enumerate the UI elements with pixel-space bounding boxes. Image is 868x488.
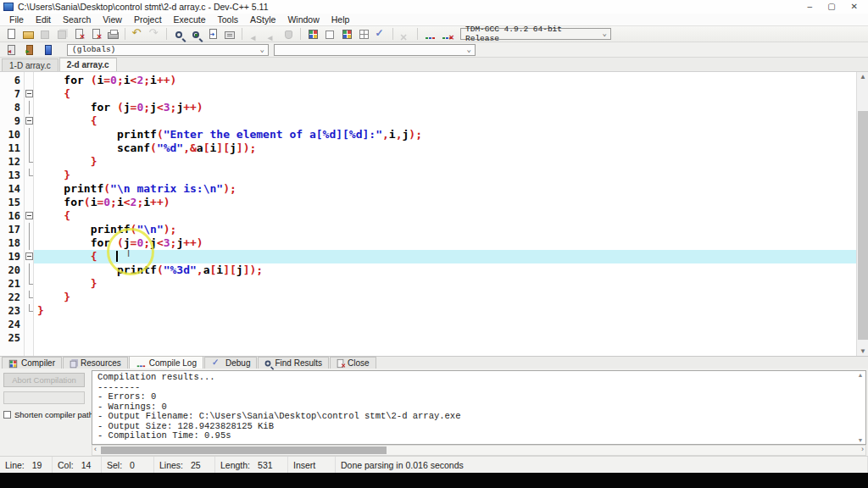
code-line[interactable]: scanf("%d",&a[i][j]);: [34, 141, 856, 155]
fold-collapse-icon[interactable]: [25, 252, 33, 260]
menu-item-tools[interactable]: Tools: [212, 14, 245, 25]
scroll-left-icon[interactable]: ‹: [94, 445, 97, 454]
swap-header-button[interactable]: [221, 27, 238, 42]
code-line[interactable]: for (i=0;i<2;i++): [34, 74, 856, 87]
fold-collapse-icon[interactable]: [25, 117, 33, 125]
editor-vertical-scrollbar[interactable]: ▲ ▼: [856, 72, 868, 356]
print-button[interactable]: [104, 27, 121, 42]
editor-tab-1-d-array-c[interactable]: 1-D array.c: [2, 58, 58, 71]
code-line[interactable]: printf("\n");: [34, 223, 856, 236]
abort-compilation-button[interactable]: Abort Compilation: [3, 373, 85, 387]
menu-item-search[interactable]: Search: [57, 14, 97, 25]
menu-item-window[interactable]: Window: [281, 14, 325, 25]
goto-line-button[interactable]: [204, 27, 221, 42]
code-line[interactable]: }: [34, 291, 856, 304]
code-line[interactable]: [34, 331, 856, 345]
log-vertical-scrollbar[interactable]: ▲ ▼: [855, 371, 865, 444]
status-insert: Insert: [288, 457, 336, 473]
compile-button[interactable]: [304, 27, 321, 42]
shorten-paths-checkbox[interactable]: [3, 411, 11, 419]
code-line[interactable]: {: [34, 87, 856, 101]
member-browser-select[interactable]: [274, 44, 476, 56]
fold-column[interactable]: [24, 72, 34, 356]
redo-button[interactable]: [146, 27, 163, 42]
close-all-button[interactable]: [87, 27, 104, 42]
code-line[interactable]: {: [34, 250, 856, 263]
scroll-right-icon[interactable]: ›: [861, 445, 864, 454]
compile-run-button[interactable]: [338, 27, 355, 42]
code-line[interactable]: printf("Enter the element of a[%d][%d]:"…: [34, 128, 856, 141]
menu-item-help[interactable]: Help: [326, 14, 356, 25]
minimize-button[interactable]: –: [808, 1, 813, 13]
panel-tab-debug[interactable]: Debug: [204, 357, 257, 369]
profile-button[interactable]: [421, 27, 438, 42]
close-file-icon: [75, 29, 83, 39]
menu-item-project[interactable]: Project: [128, 14, 168, 25]
fold-marker: [25, 196, 33, 209]
token-kw: for: [91, 101, 110, 114]
code-line[interactable]: [34, 318, 856, 331]
door-in-button[interactable]: [21, 42, 38, 57]
fold-marker[interactable]: [25, 114, 33, 128]
close-button[interactable]: ✕: [851, 1, 858, 13]
code-line[interactable]: }: [34, 277, 856, 291]
code-editor[interactable]: 678910111213141516171819202122232425 for…: [0, 71, 868, 356]
find-button[interactable]: [170, 27, 187, 42]
open-folder-button[interactable]: [19, 27, 36, 42]
menu-item-astyle[interactable]: AStyle: [244, 14, 281, 25]
run-button[interactable]: [321, 27, 338, 42]
compiler-profile-select[interactable]: TDM-GCC 4.9.2 64-bit Release: [460, 28, 611, 40]
code-line[interactable]: }: [34, 169, 856, 182]
code-area[interactable]: for (i=0;i<2;i++) { for (j=0;j<3;j++) { …: [34, 72, 856, 356]
panel-tab-resources[interactable]: Resources: [63, 357, 128, 369]
editor-tab-2-d-array-c[interactable]: 2-d array.c: [59, 58, 117, 71]
report-button[interactable]: [40, 42, 57, 57]
panel-tab-compile-log[interactable]: Compile Log: [129, 356, 203, 369]
class-browser-select[interactable]: (globals): [67, 44, 269, 56]
scroll-down-icon[interactable]: ▼: [857, 347, 868, 355]
fold-marker[interactable]: [25, 87, 33, 101]
rebuild-all-button[interactable]: [355, 27, 372, 42]
code-line[interactable]: for (j=0;j<3;j++): [34, 101, 856, 114]
code-line[interactable]: {: [34, 114, 856, 128]
new-file-button[interactable]: [3, 27, 19, 42]
menu-item-execute[interactable]: Execute: [168, 14, 212, 25]
save-button[interactable]: [36, 27, 53, 42]
page-back-button[interactable]: [3, 42, 19, 57]
code-line[interactable]: {: [34, 209, 856, 223]
nav-back-button[interactable]: [246, 27, 263, 42]
undo-button[interactable]: [129, 27, 146, 42]
fold-collapse-icon[interactable]: [25, 90, 33, 97]
fold-marker[interactable]: [25, 209, 33, 223]
code-line[interactable]: printf("\n matrix is:\n");: [34, 182, 856, 196]
hscrollbar-thumb[interactable]: [101, 446, 387, 454]
maximize-button[interactable]: ▢: [827, 1, 835, 13]
menu-item-file[interactable]: File: [3, 14, 30, 25]
code-line[interactable]: printf("%3d",a[i][j]);: [34, 263, 856, 277]
panel-tab-close[interactable]: Close: [330, 357, 376, 369]
code-line[interactable]: }: [34, 304, 856, 318]
log-scroll-down-icon[interactable]: ▼: [856, 437, 865, 443]
fold-marker[interactable]: [25, 250, 33, 263]
profile-delete-button[interactable]: [438, 27, 455, 42]
line-number: 6: [0, 74, 24, 87]
panel-tab-find-results[interactable]: Find Results: [258, 357, 329, 369]
code-line[interactable]: for (j=0;j<3;j++): [34, 236, 856, 250]
menu-item-view[interactable]: View: [97, 14, 128, 25]
nav-goto-button[interactable]: [280, 27, 297, 42]
log-horizontal-scrollbar[interactable]: ‹ ›: [92, 445, 866, 456]
replace-button[interactable]: [187, 27, 204, 42]
menu-item-edit[interactable]: Edit: [30, 14, 57, 25]
save-all-button[interactable]: [53, 27, 70, 42]
syntax-check-button[interactable]: [372, 27, 389, 42]
panel-tab-compiler[interactable]: Compiler: [2, 357, 62, 369]
fold-collapse-icon[interactable]: [25, 212, 33, 219]
abort-button[interactable]: [397, 27, 414, 42]
scroll-up-icon[interactable]: ▲: [857, 73, 868, 80]
code-line[interactable]: }: [34, 155, 856, 169]
nav-forward-button[interactable]: [263, 27, 280, 42]
scrollbar-thumb[interactable]: [858, 111, 868, 340]
code-line[interactable]: for(i=0;i<2;i++): [34, 196, 856, 209]
close-file-button[interactable]: [70, 27, 87, 42]
log-scroll-up-icon[interactable]: ▲: [856, 372, 865, 378]
